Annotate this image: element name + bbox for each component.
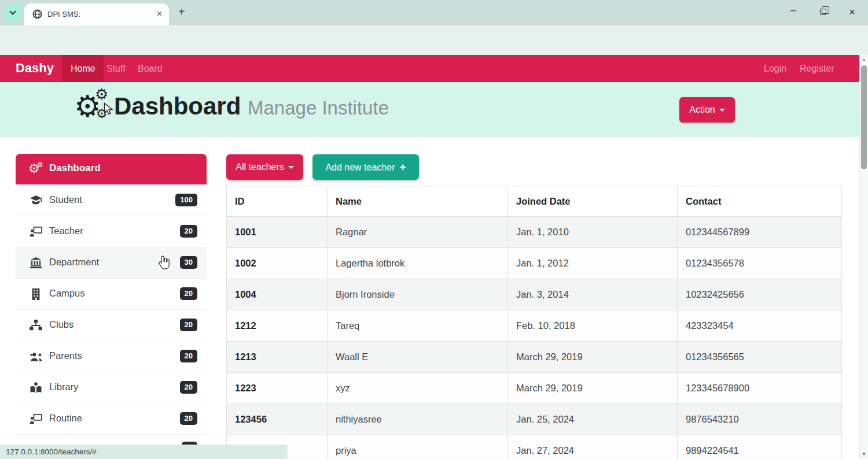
browser-tab-strip: DPI SMS: × + – × [0,0,868,25]
cogs-icon: ⚙ ⚙ ⚙ [74,88,112,128]
graduation-cap-icon [30,195,42,206]
cell-id: 1004 [227,279,328,310]
cell-joined: March 29, 2019 [508,342,678,373]
caret-down-icon [288,166,294,169]
cell-id: 1002 [227,248,328,279]
count-badge: 20 [180,412,197,425]
cell-id: 1001 [227,217,328,248]
teachers-table: ID Name Joined Date Contact 1001RagnarJa… [226,186,842,459]
sidebar-item-dashboard[interactable]: ⚙ ⚙ Dashboard [16,154,207,184]
sidebar-item-campus[interactable]: Campus 20 [16,278,207,309]
sidebar-item-parents[interactable]: Parents 20 [16,340,207,372]
cell-id: 123456 [227,404,328,435]
sidebar: ⚙ ⚙ Dashboard Student 100 Teacher 20 Dep… [16,154,207,445]
university-icon [30,257,42,269]
cell-joined: Feb. 10, 2018 [508,310,678,342]
tab-close-icon[interactable]: × [157,9,162,19]
tab-title: DPI SMS: [47,10,80,18]
nav-item-home[interactable]: Home [62,55,104,82]
plus-icon: + [399,161,406,173]
cell-name: Ragnar [328,217,508,248]
globe-icon [32,9,42,21]
window-restore-button[interactable] [820,9,826,15]
window-minimize-button[interactable]: – [790,5,796,16]
sidebar-item-partial[interactable] [16,434,207,445]
table-row: 123456nithiyasreeJan. 25, 20249876543210 [227,404,842,435]
page-subtitle: Manage Institute [248,97,389,119]
status-bar-url: 127.0.0.1:8000/teachers/# [0,445,288,459]
scrollbar-thumb[interactable] [861,65,867,169]
caret-down-icon [719,109,725,112]
building-icon [30,288,42,300]
sidebar-item-department[interactable]: Department 30 [16,247,207,278]
count-badge: 20 [180,287,197,300]
count-badge: 30 [180,256,197,269]
action-dropdown-button[interactable]: Action [679,97,735,123]
cell-name: Waall E [328,342,508,373]
scroll-up-icon[interactable]: ▲ [862,57,866,62]
chalkboard-teacher-icon [30,413,42,425]
cell-name: Tareq [328,310,508,342]
column-header-joined: Joined Date [508,186,678,217]
cogs-icon: ⚙ ⚙ [28,162,46,176]
sidebar-item-clubs[interactable]: Clubs 20 [16,309,207,340]
cell-name: xyz [328,373,508,404]
cell-contact: 01234356578 [678,248,842,279]
sidebar-item-routine[interactable]: Routine 20 [16,403,207,434]
nav-item-login[interactable]: Login [756,55,795,82]
cell-contact: 012344567899 [678,217,842,248]
nav-item-board[interactable]: Board [130,55,171,82]
cell-joined: Jan. 3, 2014 [508,279,678,310]
add-new-teacher-button[interactable]: Add new teacher+ [312,154,419,180]
tab-search-chevron-button[interactable] [5,4,22,21]
cell-contact: 10232425656 [678,279,842,310]
screen: DPI SMS: × + – × ← → ⓘ 127.0.0.1:8000/te… [0,0,868,459]
book-reader-icon [30,382,42,394]
cell-contact: 423323454 [678,310,842,342]
scroll-down-icon[interactable]: ▼ [862,451,866,457]
brand-logo[interactable]: Dashy [16,61,54,76]
new-tab-button[interactable]: + [178,5,185,18]
table-row: 1212TareqFeb. 10, 2018423323454 [227,310,842,342]
users-icon [30,351,42,362]
chevron-down-icon [9,8,16,14]
nav-item-register[interactable]: Register [792,55,843,82]
cell-contact: 123345678900 [678,373,842,404]
count-badge: 20 [180,225,197,238]
sidebar-item-teacher[interactable]: Teacher 20 [16,216,207,247]
page-title: Dashboard [114,92,241,120]
count-badge: 20 [180,319,197,331]
count-badge: 20 [180,381,197,394]
cell-name: Bjorn Ironside [328,279,508,310]
browser-toolbar: ← → ⓘ 127.0.0.1:8000/teachers/# ☆ ⋮ [0,25,868,55]
column-header-id: ID [227,186,328,217]
count-badge: 20 [180,350,197,362]
page-header: ⚙ ⚙ ⚙ Dashboard Manage Institute Action [0,82,859,137]
column-header-name: Name [328,186,508,217]
cell-joined: Jan. 1, 2012 [508,248,678,279]
table-row: 1004Bjorn IronsideJan. 3, 20141023242565… [227,279,842,310]
site-navbar: Dashy Home Stuff Board Login Register [0,55,859,82]
sidebar-item-student[interactable]: Student 100 [16,184,207,216]
browser-tab[interactable]: DPI SMS: × [24,3,169,25]
cell-name: nithiyasree [328,404,508,435]
page-scrollbar[interactable]: ▲ ▼ [859,55,868,459]
all-teachers-dropdown-button[interactable]: All teachers [226,154,303,180]
sidebar-item-library[interactable]: Library 20 [16,372,207,403]
table-row: 1223xyzMarch 29, 2019123345678900 [227,373,842,404]
table-row: priyaJan. 27, 20249894224541 [227,435,842,459]
sitemap-icon [30,320,42,331]
cell-name: Lagertha lotbrok [328,248,508,279]
cell-joined: March 29, 2019 [508,373,678,404]
chalkboard-teacher-icon [30,226,42,238]
cell-name: priya [328,435,508,459]
column-header-contact: Contact [678,186,842,217]
nav-item-stuff[interactable]: Stuff [98,55,134,82]
window-close-button[interactable]: × [849,6,855,18]
cell-contact: 9876543210 [678,404,842,435]
cell-id: 1212 [227,310,328,342]
cell-joined: Jan. 27, 2024 [508,435,678,459]
cell-joined: Jan. 1, 2010 [508,217,678,248]
table-row: 1002Lagertha lotbrokJan. 1, 201201234356… [227,248,842,279]
cell-contact: 01234356565 [678,342,842,373]
